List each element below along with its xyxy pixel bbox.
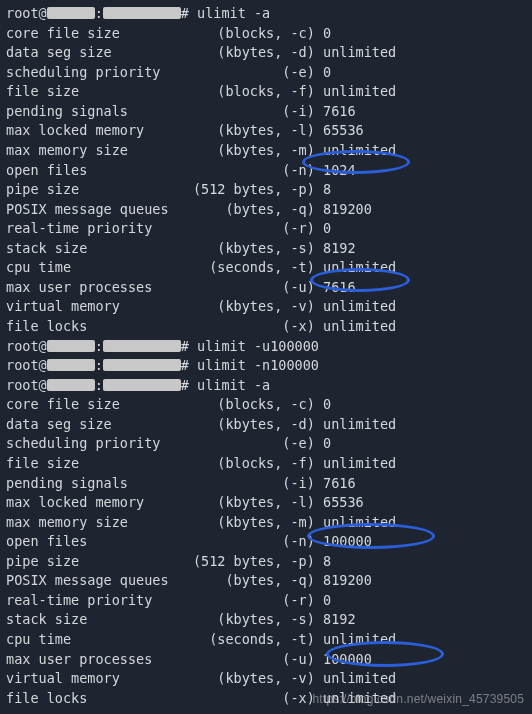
ulimit-label: file size	[6, 455, 177, 471]
ulimit-row: pending signals (-i) 7616	[6, 474, 526, 494]
ulimit-row: core file size (blocks, -c) 0	[6, 24, 526, 44]
ulimit-row: file size (blocks, -f) unlimited	[6, 454, 526, 474]
ulimit-label: max memory size	[6, 142, 177, 158]
ulimit-unit: (blocks, -f)	[177, 83, 315, 99]
ulimit-row: real-time priority (-r) 0	[6, 219, 526, 239]
ulimit-unit: (kbytes, -v)	[177, 298, 315, 314]
ulimit-label: max locked memory	[6, 122, 177, 138]
ulimit-unit: (kbytes, -d)	[177, 416, 315, 432]
ulimit-unit: (-r)	[177, 592, 315, 608]
redacted-path	[103, 340, 181, 352]
terminal-output: root@:# ulimit -acore file size (blocks,…	[6, 4, 526, 708]
ulimit-label: scheduling priority	[6, 64, 177, 80]
ulimit-row: pipe size (512 bytes, -p) 8	[6, 180, 526, 200]
ulimit-row: pending signals (-i) 7616	[6, 102, 526, 122]
ulimit-row: max memory size (kbytes, -m) unlimited	[6, 141, 526, 161]
ulimit-value: 7616	[323, 103, 356, 119]
prompt-hash: #	[181, 338, 197, 354]
ulimit-row: open files (-n) 100000	[6, 532, 526, 552]
ulimit-row: virtual memory (kbytes, -v) unlimited	[6, 297, 526, 317]
ulimit-row: scheduling priority (-e) 0	[6, 63, 526, 83]
prompt-line[interactable]: root@:# ulimit -n100000	[6, 356, 526, 376]
ulimit-row: scheduling priority (-e) 0	[6, 434, 526, 454]
ulimit-label: pending signals	[6, 475, 177, 491]
ulimit-unit: (kbytes, -m)	[177, 514, 315, 530]
ulimit-value: 819200	[323, 201, 372, 217]
ulimit-unit: (kbytes, -v)	[177, 670, 315, 686]
ulimit-value: 0	[323, 64, 331, 80]
ulimit-unit: (kbytes, -m)	[177, 142, 315, 158]
ulimit-unit: (seconds, -t)	[177, 259, 315, 275]
ulimit-unit: (kbytes, -d)	[177, 44, 315, 60]
ulimit-unit: (-x)	[177, 690, 315, 706]
ulimit-row: max locked memory (kbytes, -l) 65536	[6, 121, 526, 141]
ulimit-unit: (blocks, -c)	[177, 25, 315, 41]
ulimit-row: real-time priority (-r) 0	[6, 591, 526, 611]
ulimit-value: 65536	[323, 494, 364, 510]
ulimit-label: data seg size	[6, 416, 177, 432]
ulimit-value: 1024	[323, 162, 356, 178]
redacted-path	[103, 379, 181, 391]
prompt-line[interactable]: root@:# ulimit -a	[6, 4, 526, 24]
ulimit-unit: (kbytes, -l)	[177, 122, 315, 138]
prompt-hash: #	[181, 357, 197, 373]
ulimit-unit: (-r)	[177, 220, 315, 236]
ulimit-unit: (kbytes, -s)	[177, 240, 315, 256]
ulimit-unit: (seconds, -t)	[177, 631, 315, 647]
ulimit-label: virtual memory	[6, 670, 177, 686]
ulimit-row: max locked memory (kbytes, -l) 65536	[6, 493, 526, 513]
ulimit-row: stack size (kbytes, -s) 8192	[6, 239, 526, 259]
ulimit-label: max memory size	[6, 514, 177, 530]
ulimit-unit: (-i)	[177, 475, 315, 491]
command-text: ulimit -a	[197, 5, 270, 21]
redacted-host	[47, 379, 95, 391]
redacted-path	[103, 7, 181, 19]
ulimit-label: cpu time	[6, 631, 177, 647]
ulimit-value: 65536	[323, 122, 364, 138]
ulimit-value: unlimited	[323, 455, 396, 471]
ulimit-value: 7616	[323, 475, 356, 491]
prompt-sep: :	[95, 377, 103, 393]
prompt-line[interactable]: root@:# ulimit -u100000	[6, 337, 526, 357]
ulimit-label: POSIX message queues	[6, 572, 177, 588]
ulimit-label: file locks	[6, 690, 177, 706]
ulimit-row: data seg size (kbytes, -d) unlimited	[6, 415, 526, 435]
ulimit-label: scheduling priority	[6, 435, 177, 451]
ulimit-row: max memory size (kbytes, -m) unlimited	[6, 513, 526, 533]
ulimit-unit: (blocks, -c)	[177, 396, 315, 412]
ulimit-row: file locks (-x) unlimited	[6, 317, 526, 337]
ulimit-label: max user processes	[6, 279, 177, 295]
ulimit-label: file size	[6, 83, 177, 99]
ulimit-label: file locks	[6, 318, 177, 334]
ulimit-row: virtual memory (kbytes, -v) unlimited	[6, 669, 526, 689]
watermark-text: https://blog.csdn.net/weixin_45739505	[312, 691, 524, 708]
ulimit-label: stack size	[6, 611, 177, 627]
ulimit-row: pipe size (512 bytes, -p) 8	[6, 552, 526, 572]
ulimit-value: 8	[323, 181, 331, 197]
ulimit-unit: (-e)	[177, 64, 315, 80]
redacted-host	[47, 7, 95, 19]
ulimit-label: open files	[6, 533, 177, 549]
ulimit-value: unlimited	[323, 514, 396, 530]
prompt-user: root@	[6, 357, 47, 373]
ulimit-value: unlimited	[323, 631, 396, 647]
ulimit-unit: (-n)	[177, 533, 315, 549]
redacted-path	[103, 359, 181, 371]
ulimit-unit: (-e)	[177, 435, 315, 451]
ulimit-unit: (512 bytes, -p)	[177, 553, 315, 569]
ulimit-row: core file size (blocks, -c) 0	[6, 395, 526, 415]
ulimit-unit: (-u)	[177, 651, 315, 667]
ulimit-label: max locked memory	[6, 494, 177, 510]
ulimit-value: 0	[323, 435, 331, 451]
command-text: ulimit -a	[197, 377, 270, 393]
ulimit-value: 0	[323, 25, 331, 41]
ulimit-value: 0	[323, 592, 331, 608]
ulimit-value: 8	[323, 553, 331, 569]
ulimit-unit: (bytes, -q)	[177, 201, 315, 217]
ulimit-value: 0	[323, 220, 331, 236]
redacted-host	[47, 359, 95, 371]
ulimit-unit: (-i)	[177, 103, 315, 119]
ulimit-label: core file size	[6, 396, 177, 412]
prompt-line[interactable]: root@:# ulimit -a	[6, 376, 526, 396]
prompt-hash: #	[181, 377, 197, 393]
